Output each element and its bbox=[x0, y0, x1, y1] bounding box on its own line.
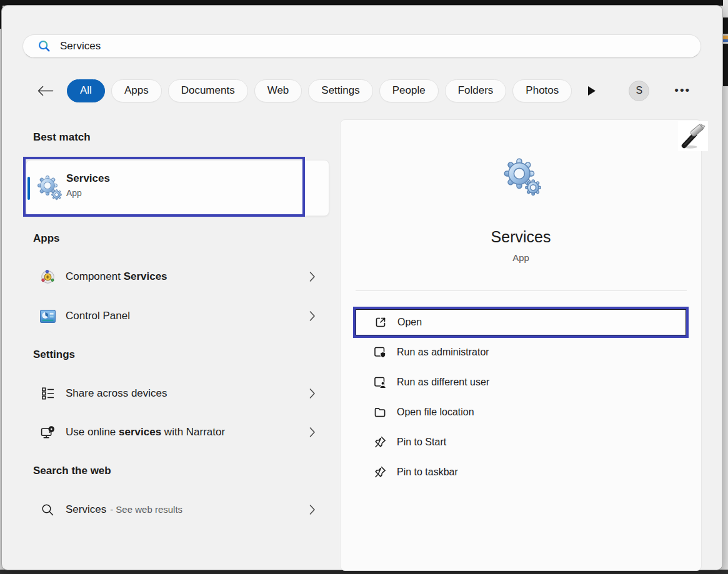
result-label: Component Services bbox=[66, 270, 167, 283]
tabs-overflow-button[interactable] bbox=[584, 83, 599, 99]
tab-folders[interactable]: Folders bbox=[445, 79, 507, 102]
chevron-right-icon[interactable] bbox=[309, 427, 316, 438]
tab-people[interactable]: People bbox=[379, 79, 439, 102]
user-avatar[interactable]: S bbox=[629, 81, 649, 101]
search-the-web-heading: Search the web bbox=[33, 465, 111, 477]
chevron-right-icon[interactable] bbox=[309, 272, 316, 282]
narrator-monitor-icon bbox=[39, 425, 56, 440]
action-list: Open Run as administrator bbox=[356, 309, 686, 485]
tab-web[interactable]: Web bbox=[254, 79, 302, 102]
best-match-result[interactable]: Services App bbox=[26, 160, 329, 216]
action-label: Run as different user bbox=[397, 377, 489, 388]
preview-title: Services bbox=[341, 228, 701, 246]
filter-tabs-row: All Apps Documents Web Settings People F… bbox=[34, 78, 694, 103]
preview-subtitle: App bbox=[341, 252, 701, 263]
action-run-as-different-user[interactable]: Run as different user bbox=[356, 369, 686, 395]
best-match-heading: Best match bbox=[33, 131, 91, 144]
chevron-right-icon[interactable] bbox=[309, 505, 316, 515]
apps-heading: Apps bbox=[33, 232, 60, 245]
tab-photos[interactable]: Photos bbox=[512, 79, 572, 102]
settings-heading: Settings bbox=[33, 349, 75, 361]
action-pin-to-start[interactable]: Pin to Start bbox=[356, 429, 686, 455]
best-match-subtitle: App bbox=[66, 188, 82, 198]
desktop-window-fragment bbox=[722, 34, 728, 44]
back-button[interactable] bbox=[34, 80, 56, 101]
tab-settings[interactable]: Settings bbox=[308, 79, 372, 102]
action-label: Run as administrator bbox=[397, 347, 489, 358]
shield-window-icon bbox=[373, 345, 387, 359]
web-search-icon bbox=[39, 503, 56, 517]
services-gears-icon bbox=[36, 175, 62, 204]
result-label: Services- See web results bbox=[66, 503, 182, 516]
result-label: Control Panel bbox=[66, 310, 130, 322]
chevron-right-icon[interactable] bbox=[309, 311, 316, 322]
play-icon bbox=[587, 86, 596, 96]
search-bar bbox=[22, 34, 701, 58]
share-across-devices-icon bbox=[39, 386, 56, 401]
folder-icon bbox=[373, 405, 387, 419]
result-label: Share across devices bbox=[66, 387, 167, 400]
best-match-title: Services bbox=[66, 172, 110, 185]
control-panel-icon bbox=[39, 308, 56, 325]
pin-icon bbox=[373, 465, 387, 479]
action-pin-to-taskbar[interactable]: Pin to taskbar bbox=[356, 459, 686, 485]
result-control-panel[interactable]: Control Panel bbox=[26, 298, 331, 334]
action-run-as-administrator[interactable]: Run as administrator bbox=[356, 339, 686, 365]
search-icon bbox=[37, 39, 51, 53]
result-narrator-online-services[interactable]: Use online services with Narrator bbox=[26, 414, 331, 450]
tab-all[interactable]: All bbox=[67, 79, 105, 102]
component-services-icon bbox=[39, 269, 56, 285]
result-component-services[interactable]: Component Services bbox=[26, 259, 331, 295]
divider bbox=[356, 290, 687, 291]
tab-apps[interactable]: Apps bbox=[111, 79, 162, 102]
action-open-file-location[interactable]: Open file location bbox=[356, 399, 686, 425]
search-input[interactable] bbox=[60, 40, 694, 52]
pin-icon bbox=[373, 435, 387, 449]
result-label: Use online services with Narrator bbox=[66, 426, 225, 438]
result-web-search[interactable]: Services- See web results bbox=[26, 492, 331, 528]
more-options-button[interactable]: ••• bbox=[671, 83, 694, 98]
services-gears-icon-large bbox=[501, 157, 541, 200]
back-arrow-icon bbox=[37, 86, 54, 96]
search-flyout-window: All Apps Documents Web Settings People F… bbox=[1, 5, 723, 570]
action-label: Pin to taskbar bbox=[397, 467, 458, 478]
action-label: Open file location bbox=[397, 407, 474, 418]
result-share-across-devices[interactable]: Share across devices bbox=[26, 375, 331, 412]
tab-documents[interactable]: Documents bbox=[168, 79, 248, 102]
action-label: Pin to Start bbox=[397, 437, 446, 448]
action-label: Open bbox=[397, 317, 422, 328]
chevron-right-icon[interactable] bbox=[309, 388, 316, 399]
open-external-icon bbox=[374, 315, 387, 329]
action-open[interactable]: Open bbox=[356, 309, 686, 335]
preview-panel: Services App Open bbox=[340, 119, 702, 571]
selection-accent-bar bbox=[27, 177, 30, 200]
person-window-icon bbox=[373, 375, 387, 389]
